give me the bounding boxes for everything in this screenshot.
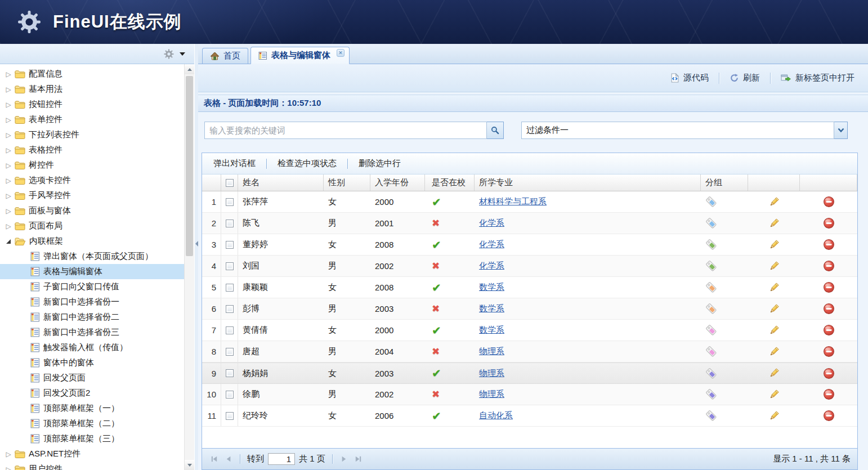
- sidebar-item[interactable]: 窗体中的窗体: [0, 355, 184, 370]
- table-row[interactable]: 3董婷婷女2008✔化学系: [202, 234, 857, 256]
- header-year[interactable]: 入学年份: [370, 174, 425, 191]
- sidebar-folder[interactable]: ▷ 页面布局: [0, 218, 184, 234]
- delete-row-icon[interactable]: [823, 388, 835, 400]
- edit-pencil-icon[interactable]: [768, 410, 780, 422]
- expander-collapsed-icon[interactable]: ▷: [3, 70, 14, 78]
- expander-collapsed-icon[interactable]: ▷: [3, 207, 14, 215]
- table-row[interactable]: 9杨娟娟女2003✔物理系: [202, 362, 857, 384]
- major-link[interactable]: 化学系: [479, 218, 504, 229]
- tab-grid-edit-window[interactable]: 表格与编辑窗体 ✕: [250, 47, 350, 64]
- popup-dialog-button[interactable]: 弹出对话框: [204, 155, 265, 172]
- scrollbar-down-icon[interactable]: [185, 460, 194, 470]
- row-checkbox[interactable]: [226, 198, 234, 206]
- row-checkbox[interactable]: [226, 348, 234, 356]
- header-gender[interactable]: 性别: [324, 174, 370, 191]
- refresh-button[interactable]: 刷新: [722, 70, 768, 86]
- edit-pencil-icon[interactable]: [768, 389, 780, 400]
- edit-pencil-icon[interactable]: [768, 218, 780, 229]
- header-major[interactable]: 所学专业: [475, 174, 701, 191]
- first-page-button[interactable]: [208, 453, 220, 465]
- delete-row-icon[interactable]: [823, 303, 835, 315]
- sidebar-folder[interactable]: ▷ 用户控件: [0, 462, 184, 470]
- row-checkbox[interactable]: [226, 220, 234, 227]
- sidebar-item[interactable]: 弹出窗体（本页面或父页面）: [0, 249, 184, 264]
- select-all-checkbox[interactable]: [226, 179, 234, 187]
- table-row[interactable]: 4刘国男2002✖化学系: [202, 256, 857, 277]
- major-link[interactable]: 物理系: [479, 368, 504, 379]
- last-page-button[interactable]: [352, 453, 365, 465]
- settings-caret-icon[interactable]: [180, 52, 185, 56]
- row-checkbox[interactable]: [226, 326, 234, 334]
- open-new-tab-button[interactable]: 新标签页中打开: [773, 70, 862, 86]
- table-row[interactable]: 5康颖颖女2008✔数学系: [202, 277, 857, 298]
- tab-home[interactable]: 首页: [202, 48, 248, 64]
- sidebar-folder[interactable]: ▷ 基本用法: [0, 82, 184, 97]
- group-tag-icon[interactable]: [705, 260, 717, 272]
- group-tag-icon[interactable]: [705, 217, 717, 229]
- delete-row-icon[interactable]: [823, 346, 835, 357]
- edit-pencil-icon[interactable]: [768, 368, 780, 379]
- major-link[interactable]: 化学系: [479, 261, 504, 271]
- major-link[interactable]: 物理系: [479, 389, 504, 400]
- sidebar-item[interactable]: 触发器输入框（传值）: [0, 340, 184, 355]
- expander-collapsed-icon[interactable]: ▷: [3, 146, 14, 154]
- sidebar-folder[interactable]: ▷ 配置信息: [0, 66, 184, 82]
- sidebar-folder[interactable]: ▷ 下拉列表控件: [0, 127, 184, 142]
- edit-pencil-icon[interactable]: [768, 282, 780, 293]
- group-tag-icon[interactable]: [705, 368, 717, 379]
- table-row[interactable]: 10徐鹏男2002✖物理系: [202, 384, 857, 405]
- sidebar-folder[interactable]: 内联框架: [0, 234, 184, 249]
- sidebar-folder[interactable]: ▷ 树控件: [0, 158, 184, 173]
- table-row[interactable]: 8唐超男2004✖物理系: [202, 341, 857, 362]
- expander-expanded-icon[interactable]: [6, 239, 11, 244]
- sidebar-item[interactable]: 子窗口向父窗口传值: [0, 279, 184, 294]
- splitter-collapse-icon[interactable]: [195, 241, 198, 247]
- tab-close-icon[interactable]: ✕: [337, 49, 344, 57]
- sidebar-item[interactable]: 回发父页面: [0, 370, 184, 386]
- header-enrolled[interactable]: 是否在校: [425, 174, 475, 191]
- expander-collapsed-icon[interactable]: ▷: [3, 131, 14, 139]
- prev-page-button[interactable]: [222, 453, 235, 465]
- major-link[interactable]: 数学系: [479, 325, 504, 335]
- row-checkbox[interactable]: [226, 284, 234, 292]
- major-link[interactable]: 化学系: [479, 239, 504, 250]
- filter-dropdown[interactable]: 过滤条件一: [521, 122, 848, 139]
- edit-pencil-icon[interactable]: [768, 196, 780, 208]
- expander-collapsed-icon[interactable]: ▷: [3, 192, 14, 200]
- sidebar-folder[interactable]: ▷ 表格控件: [0, 142, 184, 158]
- group-tag-icon[interactable]: [705, 239, 717, 250]
- expander-collapsed-icon[interactable]: ▷: [3, 101, 14, 109]
- table-row[interactable]: 6彭博男2003✖数学系: [202, 298, 857, 320]
- table-row[interactable]: 2陈飞男2001✖化学系: [202, 213, 857, 234]
- major-link[interactable]: 材料科学与工程系: [479, 196, 547, 207]
- sidebar-item[interactable]: 顶部菜单框架（二）: [0, 416, 184, 431]
- expander-collapsed-icon[interactable]: ▷: [3, 177, 14, 185]
- scrollbar-up-icon[interactable]: [185, 64, 194, 74]
- group-tag-icon[interactable]: [705, 303, 717, 315]
- major-link[interactable]: 数学系: [479, 282, 504, 293]
- settings-gear-icon[interactable]: [163, 48, 175, 60]
- row-checkbox[interactable]: [226, 241, 234, 249]
- group-tag-icon[interactable]: [705, 346, 717, 357]
- check-selected-button[interactable]: 检查选中项状态: [269, 155, 346, 172]
- sidebar-item[interactable]: 表格与编辑窗体: [0, 264, 184, 279]
- row-checkbox[interactable]: [226, 305, 234, 313]
- expander-collapsed-icon[interactable]: ▷: [3, 465, 14, 470]
- major-link[interactable]: 自动化系: [479, 410, 513, 421]
- delete-row-icon[interactable]: [823, 239, 835, 250]
- search-input[interactable]: [204, 122, 487, 139]
- sidebar-scrollbar[interactable]: [184, 64, 194, 470]
- page-number-input[interactable]: [268, 453, 295, 465]
- expander-collapsed-icon[interactable]: ▷: [3, 450, 14, 458]
- delete-row-icon[interactable]: [823, 217, 835, 229]
- sidebar-item[interactable]: 顶部菜单框架（一）: [0, 401, 184, 416]
- group-tag-icon[interactable]: [705, 324, 717, 336]
- sidebar-folder[interactable]: ▷ 手风琴控件: [0, 188, 184, 203]
- expander-collapsed-icon[interactable]: ▷: [3, 86, 14, 93]
- row-checkbox[interactable]: [226, 391, 234, 399]
- edit-pencil-icon[interactable]: [768, 261, 780, 272]
- sidebar-item[interactable]: 顶部菜单框架（三）: [0, 431, 184, 446]
- delete-row-icon[interactable]: [823, 281, 835, 293]
- group-tag-icon[interactable]: [705, 388, 717, 400]
- expander-collapsed-icon[interactable]: ▷: [3, 222, 14, 230]
